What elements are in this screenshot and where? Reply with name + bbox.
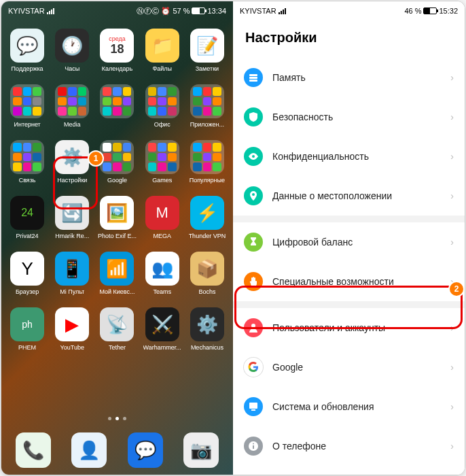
app-Bochs[interactable]: 📦Bochs	[185, 252, 229, 295]
settings-row-label: О телефоне	[272, 441, 441, 452]
dock-app[interactable]: 📞	[16, 432, 51, 468]
page-indicator	[1, 417, 233, 420]
app-Популярные[interactable]: Популярные	[185, 140, 229, 184]
svg-rect-1	[249, 77, 257, 79]
app-label: Hmarik Re...	[55, 233, 89, 239]
signal-icon	[47, 8, 54, 14]
app-Мой Киевс...[interactable]: 📶Мой Киевс...	[95, 252, 139, 295]
app-label: Mi Пульт	[60, 288, 84, 295]
chevron-right-icon: ›	[450, 362, 454, 373]
app-label: Bochs	[198, 288, 215, 295]
dock-icon: 💬	[128, 432, 163, 468]
settings-row-storage[interactable]: Память›	[233, 58, 465, 97]
svg-rect-4	[249, 403, 257, 409]
app-folder[interactable]	[95, 84, 139, 128]
app-icon: 👥	[145, 252, 179, 286]
app-Mi Пульт[interactable]: 📱Mi Пульт	[50, 252, 94, 295]
settings-row-system[interactable]: Система и обновления›	[233, 387, 465, 426]
app-Games[interactable]: Games	[141, 140, 184, 184]
app-Файлы[interactable]: 📁Файлы	[141, 29, 184, 72]
settings-row-label: Специальные возможности	[272, 276, 441, 287]
app-label: Браузер	[16, 288, 39, 295]
hourglass-icon	[244, 233, 263, 252]
app-Tether[interactable]: 📡Tether	[95, 307, 139, 351]
app-MEGA[interactable]: MMEGA	[141, 196, 184, 239]
settings-row-label: Система и обновления	[272, 401, 441, 412]
clock-time: 13:34	[207, 7, 226, 15]
app-label: Интернет	[14, 121, 40, 128]
app-label: Google	[107, 177, 127, 184]
battery-pct: 57 %	[173, 7, 190, 15]
app-icon: 💬	[10, 29, 44, 63]
app-Настройки[interactable]: ⚙️Настройки	[50, 140, 94, 184]
settings-row-shield[interactable]: Безопасность›	[233, 97, 465, 137]
app-Связь[interactable]: Связь	[5, 140, 49, 184]
status-bar-left: KYIVSTAR ⓃⒻⒸ ⏰ 57 % 13:34	[1, 1, 233, 20]
app-icon	[55, 84, 89, 118]
settings-screen: KYIVSTAR 46 % 15:32 Настройки Память›Без…	[233, 1, 465, 475]
app-Браузер[interactable]: YБраузер	[5, 252, 49, 295]
app-label: PHEM	[18, 344, 36, 351]
hand-icon	[244, 272, 263, 291]
app-icon: ⚙️	[55, 140, 89, 174]
dock-app[interactable]: 💬	[128, 432, 163, 468]
app-Privat24[interactable]: 24Privat24	[5, 196, 49, 239]
dock: 📞👤💬📷	[1, 426, 233, 475]
app-Warhammer...[interactable]: ⚔️Warhammer...	[141, 307, 184, 351]
app-label: YouTube	[60, 344, 84, 351]
dock-app[interactable]: 👤	[71, 432, 107, 468]
section-divider	[233, 301, 465, 308]
chevron-right-icon: ›	[450, 190, 454, 201]
app-Mechanicus[interactable]: ⚙️Mechanicus	[185, 307, 229, 351]
app-Teams[interactable]: 👥Teams	[141, 252, 184, 295]
settings-row-label: Безопасность	[272, 112, 441, 122]
settings-row-google[interactable]: Google›	[233, 347, 465, 387]
dock-icon: 👤	[71, 432, 107, 468]
settings-row-eye[interactable]: Конфиденциальность›	[233, 137, 465, 176]
app-icon	[145, 84, 179, 118]
svg-rect-0	[249, 74, 257, 76]
app-Заметки[interactable]: 📝Заметки	[185, 29, 229, 72]
settings-row-user[interactable]: Пользователи и аккаунты›	[233, 308, 465, 347]
app-Поддержка[interactable]: 💬Поддержка	[5, 29, 49, 72]
settings-row-info[interactable]: О телефоне›	[233, 426, 465, 466]
app-label: Mechanicus	[191, 344, 223, 351]
battery-pct: 46 %	[404, 7, 421, 15]
app-label: Games	[152, 177, 172, 184]
dock-app[interactable]: 📷	[183, 432, 219, 468]
app-icon: ⚡	[190, 196, 224, 230]
app-icon	[190, 140, 224, 174]
app-Photo Exif E...[interactable]: 🖼️Photo Exif E...	[95, 196, 139, 239]
app-Google[interactable]: Google	[95, 140, 139, 184]
settings-row-label: Цифровой баланс	[272, 237, 441, 248]
settings-row-pin[interactable]: Данные о местоположении›	[233, 176, 465, 216]
app-icon	[100, 84, 134, 118]
app-label: Часы	[65, 65, 79, 72]
app-label: Календарь	[102, 65, 132, 72]
settings-row-hand[interactable]: Специальные возможности›	[233, 262, 465, 301]
app-Офис[interactable]: Офис	[141, 84, 184, 128]
chevron-right-icon: ›	[450, 276, 454, 287]
signal-icon	[279, 8, 286, 14]
status-bar-right: KYIVSTAR 46 % 15:32	[233, 1, 465, 20]
settings-row-hourglass[interactable]: Цифровой баланс›	[233, 222, 465, 262]
app-Часы[interactable]: 🕐Часы	[50, 29, 94, 72]
app-icon: 📡	[100, 307, 134, 341]
app-label: Связь	[19, 177, 36, 184]
app-Интернет[interactable]: Интернет	[5, 84, 49, 128]
settings-row-label: Google	[272, 362, 441, 373]
app-icon	[10, 140, 44, 174]
app-Thunder VPN[interactable]: ⚡Thunder VPN	[185, 196, 229, 239]
app-PHEM[interactable]: phPHEM	[5, 307, 49, 351]
app-Media[interactable]: Media	[50, 84, 94, 128]
carrier-label: KYIVSTAR	[8, 7, 45, 15]
pin-icon	[244, 186, 263, 205]
app-Hmarik Re...[interactable]: 🔄Hmarik Re...	[50, 196, 94, 239]
app-icon: 🕐	[55, 29, 89, 63]
carrier-label: KYIVSTAR	[240, 7, 276, 15]
settings-row-label: Память	[272, 72, 441, 83]
app-label: Privat24	[16, 233, 39, 239]
app-Календарь[interactable]: среда18Календарь	[95, 29, 139, 72]
app-Приложен...[interactable]: Приложен...	[185, 84, 229, 128]
app-YouTube[interactable]: ▶YouTube	[50, 307, 94, 351]
